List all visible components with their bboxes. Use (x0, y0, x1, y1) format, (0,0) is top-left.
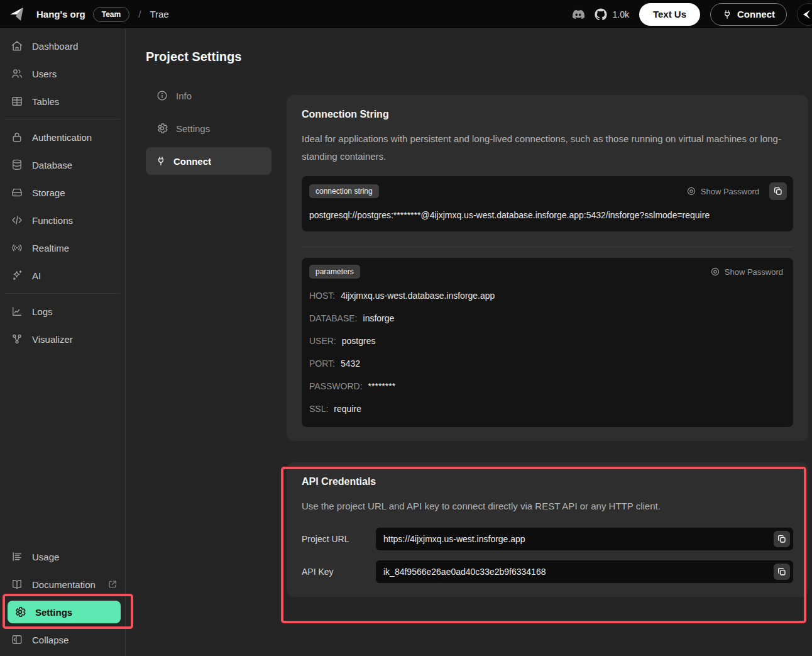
api-credentials-card: API Credentials Use the project URL and … (287, 462, 808, 597)
param-row-port: PORT: 5432 (309, 357, 786, 370)
param-row-user: USER: postgres (309, 335, 786, 348)
table-icon (11, 95, 23, 108)
sidebar-item-users[interactable]: Users (0, 60, 125, 87)
param-label: PASSWORD: (309, 380, 363, 393)
sidebar-item-label: Settings (35, 607, 72, 618)
sidebar-item-realtime[interactable]: Realtime (0, 234, 125, 262)
sidebar-item-label: Authentication (32, 132, 92, 143)
network-icon (11, 333, 23, 345)
copy-api-key-button[interactable] (774, 564, 790, 580)
show-password-label: Show Password (725, 267, 783, 277)
list-icon (11, 550, 23, 563)
github-stars[interactable]: 1.0k (595, 8, 628, 21)
card-title: API Credentials (302, 476, 793, 487)
main-content: Project Settings Info Settings Connect C… (126, 29, 812, 656)
sidebar-item-functions[interactable]: Functions (0, 206, 125, 234)
database-icon (11, 158, 23, 171)
top-bar: Hang's org Team / Trae 1.0k Text Us Conn… (0, 0, 812, 29)
sidebar-item-visualizer[interactable]: Visualizer (0, 325, 125, 353)
param-row-host: HOST: 4ijxjmxq.us-west.database.insforge… (309, 289, 786, 303)
discord-icon[interactable] (572, 8, 584, 21)
connection-string-card: Connection String Ideal for applications… (287, 95, 808, 441)
breadcrumb-project[interactable]: Trae (150, 9, 168, 19)
sidebar-item-label: Database (32, 160, 72, 170)
sidebar-item-authentication[interactable]: Authentication (0, 123, 125, 151)
section-divider (302, 247, 793, 247)
sidebar-item-database[interactable]: Database (0, 151, 125, 179)
tab-settings[interactable]: Settings (146, 114, 272, 142)
code-icon (11, 214, 23, 226)
text-us-button[interactable]: Text Us (639, 3, 700, 26)
sidebar-item-label: Storage (32, 187, 65, 198)
connection-string-badge: connection string (309, 184, 379, 198)
api-key-value[interactable]: ik_84f9566e26ae0ad40c33e2b9f6334168 (383, 567, 767, 577)
sidebar-divider (5, 119, 120, 120)
project-url-row: Project URL https://4ijxjmxq.us-west.ins… (302, 528, 793, 550)
parameters-box: parameters Show Password HOST: 4ijxjmxq.… (302, 258, 793, 427)
sidebar: Dashboard Users Tables Authentication Da… (0, 29, 126, 656)
api-key-field[interactable]: ik_84f9566e26ae0ad40c33e2b9f6334168 (376, 560, 793, 583)
param-value[interactable]: insforge (363, 312, 395, 325)
sidebar-item-label: Users (32, 69, 57, 79)
param-value[interactable]: postgres (342, 335, 376, 348)
card-description: Ideal for applications with persistent a… (302, 130, 786, 165)
team-badge: Team (93, 7, 129, 22)
storage-icon (11, 186, 23, 199)
users-icon (11, 67, 23, 80)
sidebar-item-label: Collapse (32, 635, 69, 645)
avatar[interactable] (797, 3, 812, 26)
tab-connect[interactable]: Connect (146, 147, 272, 175)
param-value[interactable]: 4ijxjmxq.us-west.database.insforge.app (341, 289, 495, 303)
tab-info[interactable]: Info (146, 82, 272, 109)
connection-string-value[interactable]: postgresql://postgres:********@4ijxjmxq.… (302, 200, 793, 231)
sidebar-item-collapse[interactable]: Collapse (0, 626, 125, 653)
project-url-field[interactable]: https://4ijxjmxq.us-west.insforge.app (376, 528, 793, 550)
sidebar-item-usage[interactable]: Usage (0, 543, 125, 570)
sidebar-divider (5, 293, 120, 294)
show-password-label: Show Password (701, 187, 759, 196)
copy-project-url-button[interactable] (774, 531, 790, 547)
api-key-row: API Key ik_84f9566e26ae0ad40c33e2b9f6334… (302, 560, 793, 583)
connect-button-label: Connect (737, 9, 775, 19)
param-value[interactable]: ******** (368, 380, 396, 393)
sidebar-item-ai[interactable]: AI (0, 262, 125, 289)
project-url-value[interactable]: https://4ijxjmxq.us-west.insforge.app (383, 534, 767, 544)
github-icon (595, 8, 607, 21)
sidebar-item-storage[interactable]: Storage (0, 179, 125, 206)
copy-connection-string-button[interactable] (769, 182, 787, 200)
param-value[interactable]: 5432 (341, 357, 360, 370)
show-password-toggle[interactable]: Show Password (706, 264, 787, 279)
sidebar-item-dashboard[interactable]: Dashboard (0, 32, 125, 60)
app-logo-icon[interactable] (9, 6, 25, 23)
sidebar-item-logs[interactable]: Logs (0, 297, 125, 325)
sidebar-item-label: Documentation (32, 579, 96, 590)
sparkle-icon (11, 269, 23, 282)
chart-icon (11, 305, 23, 318)
api-key-label: API Key (302, 567, 376, 577)
param-label: DATABASE: (309, 312, 358, 325)
param-label: HOST: (309, 289, 335, 303)
param-row-ssl: SSL: require (309, 403, 786, 416)
show-password-toggle[interactable]: Show Password (683, 184, 763, 199)
param-value[interactable]: require (334, 403, 361, 416)
sidebar-item-tables[interactable]: Tables (0, 87, 125, 115)
sidebar-footer: Usage Documentation Settings Collapse (0, 543, 125, 656)
project-url-label: Project URL (302, 534, 376, 544)
connect-button[interactable]: Connect (710, 3, 787, 26)
sidebar-item-label: Usage (32, 552, 59, 562)
param-label: PORT: (309, 357, 335, 370)
sidebar-item-label: Logs (32, 306, 53, 317)
plug-icon (156, 156, 166, 166)
sidebar-item-documentation[interactable]: Documentation (0, 570, 125, 598)
org-name[interactable]: Hang's org (36, 9, 85, 19)
page-title: Project Settings (146, 50, 812, 64)
copy-icon (777, 534, 787, 544)
book-icon (11, 578, 23, 591)
gear-icon (156, 122, 168, 135)
info-icon (156, 89, 168, 102)
sidebar-item-settings[interactable]: Settings (8, 601, 121, 623)
eye-icon (710, 267, 720, 277)
sidebar-item-label: Dashboard (32, 41, 78, 52)
plug-icon (722, 9, 732, 19)
tab-label: Connect (173, 156, 211, 167)
